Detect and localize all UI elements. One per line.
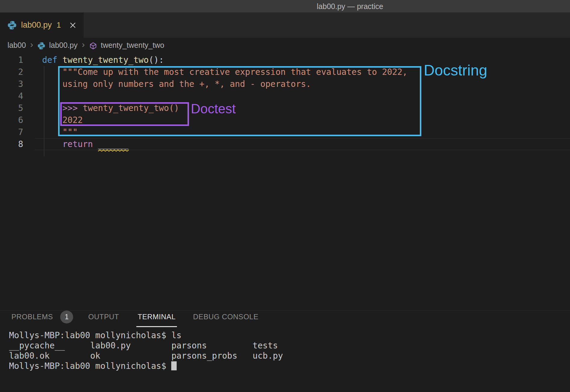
code-token: """Come up with the most creative expres… — [62, 67, 407, 77]
code-token: return — [62, 139, 93, 149]
code-token — [42, 103, 62, 113]
terminal-text: Mollys-MBP:lab00 mollynicholas$ — [9, 361, 171, 371]
code-token: twenty_twenty_two — [62, 55, 149, 65]
code-line[interactable]: 6 2022 — [0, 114, 570, 126]
symbol-cube-icon — [89, 42, 97, 50]
line-number: 3 — [0, 78, 23, 90]
code-text: def twenty_twenty_two(): — [23, 54, 164, 66]
code-line[interactable]: 1def twenty_twenty_two(): — [0, 54, 570, 66]
code-line[interactable]: 8 return ______ — [0, 138, 570, 150]
python-file-icon — [37, 42, 45, 50]
code-text: """Come up with the most creative expres… — [23, 66, 407, 78]
terminal-cursor — [171, 361, 177, 370]
code-line[interactable]: 7 """ — [0, 126, 570, 138]
window-title: lab00.py — practice — [317, 2, 383, 11]
terminal-line: Mollys-MBP:lab00 mollynicholas$ — [9, 361, 570, 371]
tab-lab00-py[interactable]: lab00.py 1 — [0, 13, 84, 38]
panel-tab-label: OUTPUT — [88, 313, 119, 321]
code-text: 2022 — [23, 114, 83, 126]
panel-tab-output[interactable]: OUTPUT — [88, 313, 119, 321]
panel-tab-bar: PROBLEMS1OUTPUTTERMINALDEBUG CONSOLE — [0, 312, 570, 321]
code-token — [42, 79, 62, 89]
terminal-text: __pycache__ lab00.py parsons tests — [9, 341, 278, 351]
line-number: 7 — [0, 126, 23, 138]
tab-label: lab00.py — [21, 20, 52, 30]
chevron-right-icon: › — [29, 40, 34, 49]
code-token: twenty_twenty_two() — [83, 103, 179, 113]
code-line[interactable]: 3 using only numbers and the +, *, and -… — [0, 78, 570, 90]
terminal-line: __pycache__ lab00.py parsons tests — [9, 341, 570, 351]
breadcrumb-item-symbol[interactable]: twenty_twenty_two — [101, 41, 164, 50]
terminal-text: lab00.ok ok parsons_probs ucb.py — [9, 351, 283, 361]
line-number: 6 — [0, 114, 23, 126]
warning-squiggle — [98, 149, 129, 152]
breadcrumb: lab00 › lab00.py › twenty_twenty_two — [0, 38, 570, 53]
code-token: 2022 — [62, 115, 82, 125]
panel-tab-problems[interactable]: PROBLEMS — [11, 313, 53, 321]
code-token: def — [42, 55, 57, 65]
panel-tab-terminal[interactable]: TERMINAL — [138, 313, 175, 321]
tab-problem-badge: 1 — [57, 20, 61, 30]
code-token — [42, 139, 62, 149]
title-bar: lab00.py — practice — [0, 0, 570, 13]
chevron-right-icon: › — [81, 40, 85, 49]
editor-tab-bar: lab00.py 1 — [0, 13, 570, 38]
line-number: 5 — [0, 102, 23, 114]
line-number: 1 — [0, 54, 23, 66]
line-number: 2 — [0, 66, 23, 78]
code-text: """ — [23, 126, 78, 138]
code-token — [42, 127, 62, 137]
panel-tab-debug-console[interactable]: DEBUG CONSOLE — [193, 313, 259, 321]
panel-tab-label: PROBLEMS — [11, 313, 53, 321]
panel-tab-label: DEBUG CONSOLE — [193, 313, 259, 321]
tab-close-button[interactable] — [69, 21, 77, 29]
vscode-window: lab00.py — practice lab00.py 1 lab00 › l… — [0, 0, 570, 392]
code-line[interactable]: 5 >>> twenty_twenty_two() — [0, 102, 570, 114]
close-icon — [69, 21, 77, 29]
line-number: 8 — [0, 138, 23, 150]
code-token: using only numbers and the +, *, and - o… — [62, 79, 311, 89]
terminal-output[interactable]: Mollys-MBP:lab00 mollynicholas$ ls__pyca… — [0, 330, 570, 371]
code-editor[interactable]: 1def twenty_twenty_two():2 """Come up wi… — [0, 53, 570, 310]
bottom-panel: PROBLEMS1OUTPUTTERMINALDEBUG CONSOLE Mol… — [0, 310, 570, 392]
terminal-line: lab00.ok ok parsons_probs ucb.py — [9, 351, 570, 361]
terminal-line: Mollys-MBP:lab00 mollynicholas$ ls — [9, 330, 570, 341]
problems-count-badge: 1 — [60, 311, 73, 323]
code-token: """ — [62, 127, 78, 137]
panel-tab-label: TERMINAL — [138, 313, 175, 321]
terminal-text: Mollys-MBP:lab00 mollynicholas$ ls — [9, 330, 181, 340]
python-file-icon — [7, 20, 17, 30]
code-text: >>> twenty_twenty_two() — [23, 102, 179, 114]
code-lines: 1def twenty_twenty_two():2 """Come up wi… — [0, 53, 570, 150]
code-text: return ______ — [23, 138, 129, 150]
code-token: >>> — [62, 103, 82, 113]
code-line[interactable]: 2 """Come up with the most creative expr… — [0, 66, 570, 78]
code-text — [23, 90, 42, 102]
breadcrumb-item-lab00[interactable]: lab00 — [8, 41, 26, 50]
code-token — [42, 67, 62, 77]
code-token — [93, 139, 98, 149]
line-number: 4 — [0, 90, 23, 102]
code-text: using only numbers and the +, *, and - o… — [23, 78, 311, 90]
code-token: (): — [149, 55, 164, 65]
blank-answer-field: ______ — [98, 138, 128, 150]
code-token — [42, 115, 62, 125]
breadcrumb-item-lab00-py[interactable]: lab00.py — [49, 41, 78, 50]
code-token — [57, 55, 63, 65]
code-line[interactable]: 4 — [0, 90, 570, 102]
